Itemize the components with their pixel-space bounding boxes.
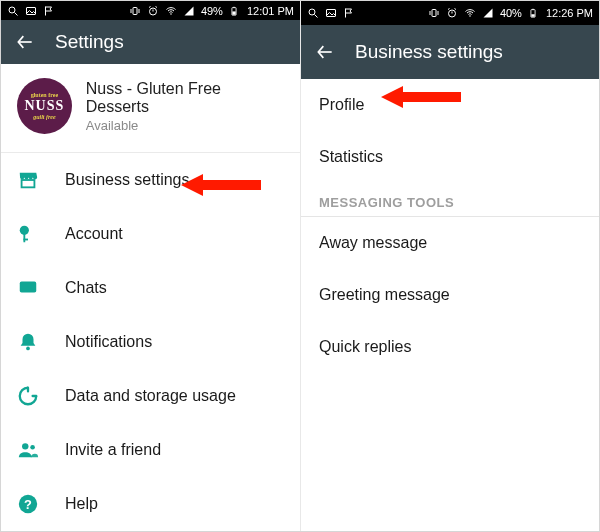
- svg-rect-38: [532, 9, 534, 10]
- battery-text: 49%: [201, 5, 223, 17]
- battery-text: 40%: [500, 7, 522, 19]
- svg-rect-28: [327, 10, 336, 17]
- svg-point-36: [469, 15, 471, 17]
- avatar: gluten free NUSS guilt free: [17, 78, 72, 134]
- svg-rect-39: [531, 14, 534, 17]
- page-title: Settings: [55, 31, 124, 53]
- alarm-icon: [446, 7, 458, 19]
- search-notification-icon: [307, 7, 319, 19]
- clock-text: 12:26 PM: [546, 7, 593, 19]
- picture-icon: [25, 5, 37, 17]
- list-item-label: Help: [65, 495, 98, 513]
- svg-point-26: [309, 9, 315, 15]
- svg-rect-3: [133, 7, 137, 14]
- status-bar: 40% 12:26 PM: [301, 1, 599, 25]
- settings-item-chats[interactable]: Chats: [1, 261, 300, 315]
- business-item-profile[interactable]: Profile: [301, 79, 599, 131]
- help-icon: ?: [17, 493, 39, 515]
- bell-icon: [17, 331, 39, 353]
- flag-icon: [43, 5, 55, 17]
- list-item-label: Chats: [65, 279, 107, 297]
- list-item-label: Notifications: [65, 333, 152, 351]
- back-button[interactable]: [15, 32, 35, 52]
- settings-item-help[interactable]: ? Help: [1, 477, 300, 531]
- flag-icon: [343, 7, 355, 19]
- svg-line-1: [15, 12, 18, 15]
- alarm-icon: [147, 5, 159, 17]
- svg-line-9: [155, 6, 157, 7]
- profile-header[interactable]: gluten free NUSS guilt free Nuss - Glute…: [1, 64, 300, 153]
- settings-item-invite[interactable]: Invite a friend: [1, 423, 300, 477]
- phone-right: 40% 12:26 PM Business settings Profile S…: [300, 1, 599, 531]
- business-settings-list: Profile Statistics MESSAGING TOOLS Away …: [301, 79, 599, 373]
- app-bar: Business settings: [301, 25, 599, 79]
- svg-point-0: [9, 7, 15, 13]
- svg-point-16: [20, 226, 29, 235]
- picture-icon: [325, 7, 337, 19]
- svg-line-8: [149, 6, 151, 7]
- svg-text:?: ?: [24, 497, 32, 512]
- people-icon: [17, 439, 39, 461]
- settings-item-data[interactable]: Data and storage usage: [1, 369, 300, 423]
- back-button[interactable]: [315, 42, 335, 62]
- svg-rect-13: [232, 11, 235, 14]
- svg-point-20: [26, 347, 30, 351]
- app-bar: Settings: [1, 20, 300, 64]
- battery-icon: [229, 5, 241, 17]
- section-header-messaging: MESSAGING TOOLS: [301, 183, 599, 217]
- phone-left: 49% 12:01 PM Settings gluten free NUSS g…: [1, 1, 300, 531]
- status-bar: 49% 12:01 PM: [1, 1, 300, 20]
- clock-text: 12:01 PM: [247, 5, 294, 17]
- key-icon: [17, 223, 39, 245]
- list-item-label: Statistics: [319, 148, 383, 166]
- svg-point-21: [22, 443, 28, 449]
- business-item-away[interactable]: Away message: [301, 217, 599, 269]
- settings-item-account[interactable]: Account: [1, 207, 300, 261]
- svg-rect-29: [432, 10, 436, 17]
- signal-icon: [183, 5, 195, 17]
- list-item-label: Greeting message: [319, 286, 450, 304]
- page-title: Business settings: [355, 41, 503, 63]
- settings-list: Business settings Account Chats Notifica…: [1, 153, 300, 531]
- chat-icon: [17, 277, 39, 299]
- svg-line-35: [454, 9, 456, 10]
- business-item-statistics[interactable]: Statistics: [301, 131, 599, 183]
- profile-name: Nuss - Gluten Free Desserts: [86, 80, 284, 116]
- settings-item-notifications[interactable]: Notifications: [1, 315, 300, 369]
- data-icon: [17, 385, 39, 407]
- settings-item-business[interactable]: Business settings: [1, 153, 300, 207]
- search-notification-icon: [7, 5, 19, 17]
- storefront-icon: [17, 169, 39, 191]
- wifi-icon: [165, 5, 177, 17]
- signal-icon: [482, 7, 494, 19]
- list-item-label: Account: [65, 225, 123, 243]
- svg-line-27: [315, 15, 318, 18]
- svg-rect-12: [233, 7, 235, 8]
- business-item-greeting[interactable]: Greeting message: [301, 269, 599, 321]
- profile-info: Nuss - Gluten Free Desserts Available: [86, 80, 284, 133]
- list-item-label: Profile: [319, 96, 364, 114]
- vibrate-icon: [428, 7, 440, 19]
- list-item-label: Away message: [319, 234, 427, 252]
- svg-rect-2: [27, 7, 36, 14]
- profile-status: Available: [86, 118, 284, 133]
- svg-rect-18: [23, 239, 28, 241]
- svg-point-10: [170, 13, 172, 15]
- list-item-label: Business settings: [65, 171, 190, 189]
- svg-rect-17: [23, 234, 25, 242]
- list-item-label: Invite a friend: [65, 441, 161, 459]
- wifi-icon: [464, 7, 476, 19]
- vibrate-icon: [129, 5, 141, 17]
- list-item-label: Quick replies: [319, 338, 411, 356]
- svg-line-34: [448, 9, 450, 10]
- svg-rect-19: [20, 282, 37, 293]
- battery-icon: [528, 7, 540, 19]
- list-item-label: Data and storage usage: [65, 387, 236, 405]
- svg-point-22: [30, 445, 35, 450]
- business-item-quick[interactable]: Quick replies: [301, 321, 599, 373]
